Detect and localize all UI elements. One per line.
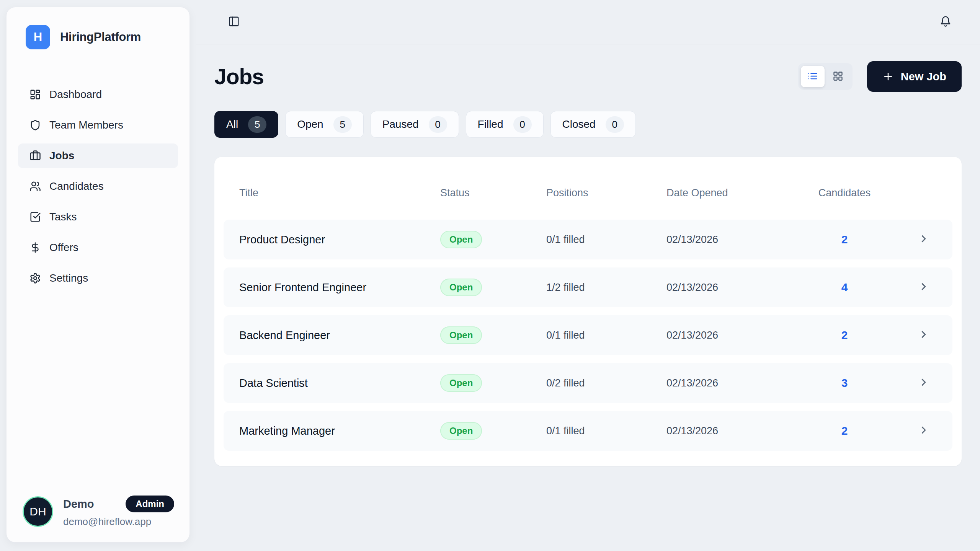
- column-header-positions: Positions: [546, 187, 666, 199]
- date-opened: 02/13/2026: [666, 282, 816, 293]
- job-title: Backend Engineer: [239, 329, 440, 342]
- filter-count-badge: 0: [429, 116, 447, 133]
- filter-label: Closed: [562, 118, 596, 130]
- page-header: Jobs New Job: [214, 61, 962, 92]
- table-row-data-scientist[interactable]: Data Scientist Open 0/2 filled 02/13/202…: [224, 363, 952, 403]
- sidebar-item-tasks[interactable]: Tasks: [18, 205, 178, 229]
- page-content: Jobs New Job: [190, 61, 980, 466]
- shield-icon: [29, 119, 41, 131]
- job-title: Data Scientist: [239, 377, 440, 390]
- notifications-button[interactable]: [937, 14, 954, 31]
- filter-count-badge: 5: [248, 116, 266, 133]
- panel-left-icon: [228, 16, 240, 28]
- sidebar-item-team-members[interactable]: Team Members: [18, 113, 178, 137]
- filter-tab-all[interactable]: All 5: [214, 111, 278, 138]
- candidates-count[interactable]: 2: [816, 424, 873, 437]
- sidebar-toggle-button[interactable]: [225, 14, 242, 31]
- filter-count-badge: 0: [513, 116, 532, 133]
- new-job-button[interactable]: New Job: [867, 61, 962, 92]
- filter-label: All: [226, 118, 238, 130]
- column-header-candidates: Candidates: [816, 187, 873, 199]
- column-header-title: Title: [239, 187, 440, 199]
- brand: H HiringPlatform: [16, 25, 180, 49]
- app-logo-letter: H: [34, 30, 42, 44]
- job-title: Marketing Manager: [239, 425, 440, 437]
- avatar: DH: [23, 496, 53, 527]
- user-info: Demo Admin demo@hireflow.app: [63, 496, 174, 528]
- status-badge: Open: [440, 231, 482, 248]
- sidebar-item-candidates[interactable]: Candidates: [18, 174, 178, 199]
- briefcase-icon: [29, 150, 41, 161]
- column-header-date-opened: Date Opened: [666, 187, 816, 199]
- candidates-count[interactable]: 4: [816, 281, 873, 294]
- list-view-button[interactable]: [801, 66, 825, 87]
- header-actions: New Job: [798, 61, 962, 92]
- new-job-label: New Job: [901, 70, 946, 83]
- filter-tab-paused[interactable]: Paused 0: [371, 111, 459, 138]
- positions-filled: 0/1 filled: [546, 425, 666, 437]
- user-card[interactable]: DH Demo Admin demo@hireflow.app: [16, 496, 180, 528]
- candidates-count[interactable]: 3: [816, 377, 873, 390]
- table-body: Product Designer Open 0/1 filled 02/13/2…: [224, 220, 952, 451]
- check-square-icon: [29, 211, 41, 223]
- positions-filled: 0/2 filled: [546, 377, 666, 389]
- sidebar-item-jobs[interactable]: Jobs: [18, 143, 178, 168]
- main-area: Jobs New Job: [190, 0, 980, 551]
- role-badge: Admin: [126, 496, 174, 512]
- table-row-product-designer[interactable]: Product Designer Open 0/1 filled 02/13/2…: [224, 220, 952, 259]
- sidebar-item-settings[interactable]: Settings: [18, 266, 178, 290]
- sidebar-item-label: Team Members: [49, 119, 123, 131]
- job-title: Senior Frontend Engineer: [239, 281, 440, 294]
- view-toggle: [798, 63, 853, 90]
- job-title: Product Designer: [239, 233, 440, 246]
- users-icon: [29, 181, 41, 192]
- date-opened: 02/13/2026: [666, 377, 816, 389]
- gear-icon: [29, 272, 41, 284]
- filter-label: Paused: [382, 118, 419, 130]
- sidebar: H HiringPlatform Dashboard Team Members …: [6, 7, 190, 543]
- user-email: demo@hireflow.app: [63, 516, 174, 528]
- positions-filled: 0/1 filled: [546, 329, 666, 341]
- filter-tab-closed[interactable]: Closed 0: [550, 111, 636, 138]
- filter-tab-filled[interactable]: Filled 0: [466, 111, 544, 138]
- filter-count-badge: 5: [333, 116, 352, 133]
- table-row-backend-engineer[interactable]: Backend Engineer Open 0/1 filled 02/13/2…: [224, 315, 952, 355]
- sidebar-item-label: Candidates: [49, 180, 104, 192]
- grid-view-button[interactable]: [826, 66, 850, 87]
- filter-tab-open[interactable]: Open 5: [285, 111, 364, 138]
- status-badge: Open: [440, 374, 482, 392]
- chevron-right-icon[interactable]: [918, 329, 929, 342]
- bell-icon: [940, 16, 951, 28]
- filter-label: Filled: [478, 118, 503, 130]
- table-row-marketing-manager[interactable]: Marketing Manager Open 0/1 filled 02/13/…: [224, 411, 952, 451]
- list-icon: [807, 71, 818, 83]
- plus-icon: [882, 71, 894, 82]
- positions-filled: 0/1 filled: [546, 234, 666, 246]
- table-row-senior-frontend-engineer[interactable]: Senior Frontend Engineer Open 1/2 filled…: [224, 267, 952, 307]
- column-header-status: Status: [440, 187, 546, 199]
- chevron-right-icon[interactable]: [918, 377, 929, 390]
- chevron-right-icon[interactable]: [918, 281, 929, 294]
- dollar-icon: [29, 242, 41, 253]
- page-title: Jobs: [214, 64, 264, 89]
- date-opened: 02/13/2026: [666, 329, 816, 341]
- status-badge: Open: [440, 422, 482, 440]
- sidebar-nav: Dashboard Team Members Jobs Candidates T…: [16, 82, 180, 290]
- candidates-count[interactable]: 2: [816, 329, 873, 342]
- layout-grid-icon: [833, 71, 843, 83]
- sidebar-item-dashboard[interactable]: Dashboard: [18, 82, 178, 107]
- table-header-row: TitleStatusPositionsDate OpenedCandidate…: [224, 166, 952, 220]
- status-badge: Open: [440, 326, 482, 344]
- filter-count-badge: 0: [606, 116, 624, 133]
- chevron-right-icon[interactable]: [918, 233, 929, 246]
- candidates-count[interactable]: 2: [816, 233, 873, 246]
- filter-label: Open: [297, 118, 323, 130]
- date-opened: 02/13/2026: [666, 234, 816, 246]
- sidebar-item-offers[interactable]: Offers: [18, 235, 178, 260]
- layout-dashboard-icon: [29, 89, 41, 100]
- sidebar-item-label: Settings: [49, 272, 88, 284]
- chevron-right-icon[interactable]: [918, 424, 929, 437]
- status-badge: Open: [440, 279, 482, 296]
- user-name: Demo: [63, 498, 94, 510]
- sidebar-item-label: Jobs: [49, 150, 74, 162]
